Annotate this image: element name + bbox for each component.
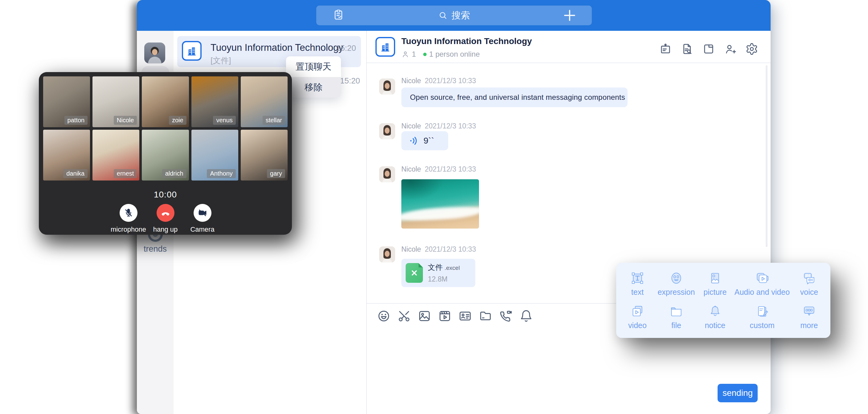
composer-toolbar — [377, 309, 533, 323]
file-size: 12.8M — [428, 275, 460, 283]
avatar[interactable] — [379, 166, 395, 182]
message-meta: Nicole2021/12/3 10:33 — [401, 245, 476, 254]
panel-item-more[interactable]: more — [790, 300, 829, 333]
panel-item-expression[interactable]: expression — [657, 267, 696, 300]
more-icon — [802, 304, 816, 319]
contact-card-button[interactable] — [458, 309, 472, 323]
message-file-bubble[interactable]: 文件.excel 12.8M — [401, 259, 475, 287]
search-icon — [438, 10, 448, 20]
panel-item-custom[interactable]: custom — [735, 300, 790, 333]
settings-button[interactable] — [745, 42, 758, 56]
hang-up-control[interactable]: hang up — [147, 204, 184, 233]
message-text: Open source, free, and universal instant… — [410, 93, 625, 102]
chat-scrollbar[interactable] — [766, 65, 768, 247]
participant-tile: venus — [191, 76, 238, 127]
participant-name: gary — [267, 169, 285, 178]
participant-tile: aldrich — [142, 130, 189, 181]
self-avatar[interactable] — [144, 42, 165, 63]
chat-search-button[interactable] — [681, 42, 693, 56]
participant-name: aldrich — [162, 169, 186, 178]
avatar[interactable] — [379, 78, 395, 95]
call-timer: 10:00 — [43, 190, 287, 200]
microphone-muted-icon[interactable] — [120, 204, 137, 222]
message-text-bubble[interactable]: Open source, free, and universal instant… — [401, 88, 627, 107]
video-clip-button[interactable] — [438, 309, 452, 323]
camera-control[interactable]: Camera — [184, 204, 221, 233]
participant-name: danika — [63, 169, 88, 178]
voice-wave-icon — [409, 135, 419, 146]
participant-name: zoie — [169, 116, 186, 125]
panel-item-voice[interactable]: voice — [790, 267, 829, 300]
panel-item-file[interactable]: file — [657, 300, 696, 333]
avatar[interactable] — [379, 247, 395, 262]
video-call-window[interactable]: patton Nicole zoie venus stellar danika … — [39, 72, 292, 235]
conversation-time: 15:20 — [336, 43, 356, 53]
search-placeholder: 搜索 — [452, 9, 470, 22]
notice-board-button[interactable] — [659, 42, 672, 56]
send-label: sending — [722, 388, 753, 398]
conversation-context-menu: 置顶聊天 移除 — [286, 56, 341, 98]
add-button[interactable] — [563, 9, 576, 22]
chat-group-avatar[interactable] — [375, 37, 395, 57]
panel-item-picture[interactable]: picture — [696, 267, 735, 300]
control-label: hang up — [153, 225, 178, 233]
file-button[interactable] — [479, 309, 492, 323]
panel-item-video[interactable]: video — [618, 300, 657, 333]
online-status: 1 person online — [429, 50, 479, 59]
message-time: 2021/12/3 10:33 — [425, 122, 476, 130]
folder-icon — [669, 304, 684, 319]
conversation-time-2: 15:20 — [340, 76, 360, 86]
voice-duration: 9`` — [424, 136, 434, 146]
search-bar[interactable]: 搜索 — [316, 5, 592, 25]
participant-tile: zoie — [142, 76, 189, 127]
menu-item-pin-chat[interactable]: 置顶聊天 — [286, 56, 341, 77]
message-voice-bubble[interactable]: 9`` — [401, 131, 448, 150]
panel-item-text[interactable]: text — [618, 267, 657, 300]
sender-name: Nicole — [401, 122, 421, 130]
participant-name: patton — [64, 116, 88, 125]
control-label: Camera — [190, 225, 214, 233]
image-button[interactable] — [418, 309, 431, 323]
screenshot-button[interactable] — [397, 309, 411, 323]
video-icon — [630, 304, 645, 319]
microphone-control[interactable]: microphone — [110, 204, 147, 233]
menu-item-remove[interactable]: 移除 — [286, 77, 341, 98]
call-controls: microphone hang up Camer — [43, 204, 287, 233]
control-label: microphone — [111, 225, 146, 233]
search-input[interactable]: 搜索 — [345, 9, 563, 22]
member-icon — [401, 50, 409, 58]
participant-tile: Anthony — [191, 130, 238, 181]
message-meta: Nicole2021/12/3 10:33 — [401, 77, 476, 85]
panel-item-audio-video[interactable]: Audio and video — [735, 267, 790, 300]
message-image-beach[interactable] — [401, 179, 479, 229]
group-avatar — [182, 41, 202, 61]
building-icon — [186, 45, 197, 57]
panel-item-notice[interactable]: notice — [696, 300, 735, 333]
emoji-button[interactable] — [377, 309, 391, 323]
message-meta: Nicole2021/12/3 10:33 — [401, 122, 476, 130]
file-manager-button[interactable] — [702, 42, 715, 56]
add-member-button[interactable] — [724, 42, 737, 56]
call-button[interactable] — [499, 309, 513, 323]
trends-label: trends — [137, 244, 174, 254]
message-type-panel: text expression picture — [616, 263, 830, 338]
participant-tile: patton — [43, 76, 90, 127]
avatar[interactable] — [379, 123, 395, 139]
conversation-preview: [文件] — [211, 55, 231, 66]
top-bar: 搜索 — [137, 0, 771, 31]
participant-tile: ernest — [92, 130, 139, 181]
notification-button[interactable] — [519, 309, 533, 323]
conversation-title: Tuoyun Information Technology — [211, 42, 343, 53]
participant-name: stellar — [262, 116, 285, 125]
online-dot — [423, 53, 427, 56]
participant-name: Nicole — [114, 116, 137, 125]
camera-muted-icon[interactable] — [193, 204, 212, 222]
collect-icon[interactable] — [332, 9, 345, 22]
hang-up-icon[interactable] — [157, 204, 175, 222]
sender-name: Nicole — [401, 165, 421, 173]
chat-title: Tuoyun Information Technology — [401, 36, 532, 46]
participant-name: venus — [213, 116, 236, 125]
participant-tile: stellar — [241, 76, 287, 127]
chat-subtitle: 1 1 person online — [401, 50, 479, 59]
send-button[interactable]: sending — [718, 384, 758, 402]
